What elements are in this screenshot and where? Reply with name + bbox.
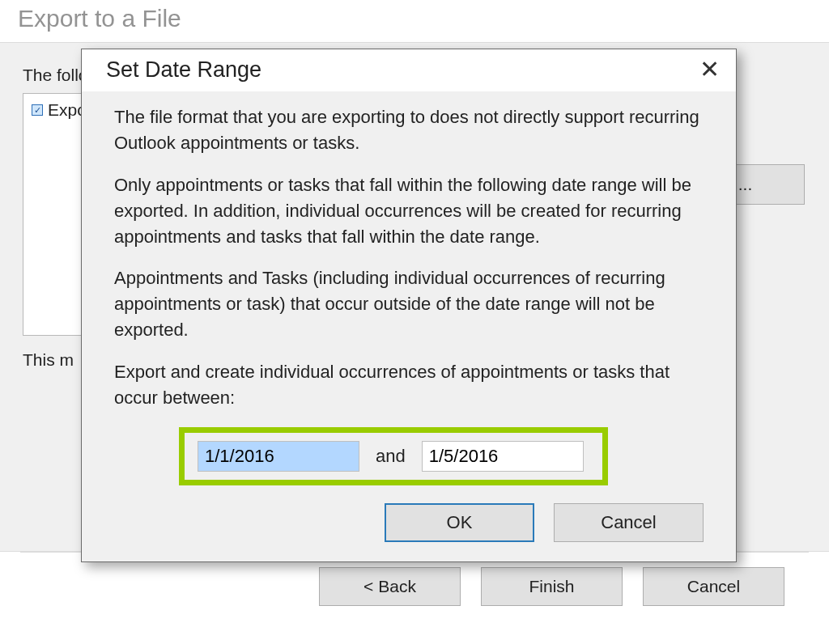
back-button[interactable]: < Back	[319, 567, 461, 606]
dialog-cancel-button[interactable]: Cancel	[554, 503, 704, 542]
set-date-range-dialog: Set Date Range ✕ The file format that yo…	[81, 49, 737, 562]
date-range-highlight: and	[179, 427, 608, 485]
dialog-title: Set Date Range	[106, 57, 261, 83]
dialog-text-4: Export and create individual occurrences…	[114, 359, 704, 411]
cancel-button[interactable]: Cancel	[643, 567, 784, 606]
dialog-body: The file format that you are exporting t…	[82, 91, 736, 503]
end-date-input[interactable]	[422, 441, 584, 472]
dialog-text-3: Appointments and Tasks (including indivi…	[114, 265, 704, 343]
checkbox-icon[interactable]: ✓	[32, 104, 43, 116]
start-date-input[interactable]	[198, 441, 359, 472]
ok-button[interactable]: OK	[385, 503, 534, 542]
dialog-text-2: Only appointments or tasks that fall wit…	[114, 172, 704, 250]
dialog-buttons: OK Cancel	[82, 503, 736, 561]
dialog-titlebar: Set Date Range ✕	[82, 49, 736, 91]
close-icon[interactable]: ✕	[695, 56, 725, 83]
finish-button[interactable]: Finish	[481, 567, 623, 606]
dialog-text-1: The file format that you are exporting t…	[114, 104, 704, 156]
and-label: and	[376, 443, 406, 469]
wizard-title: Export to a File	[0, 0, 829, 42]
